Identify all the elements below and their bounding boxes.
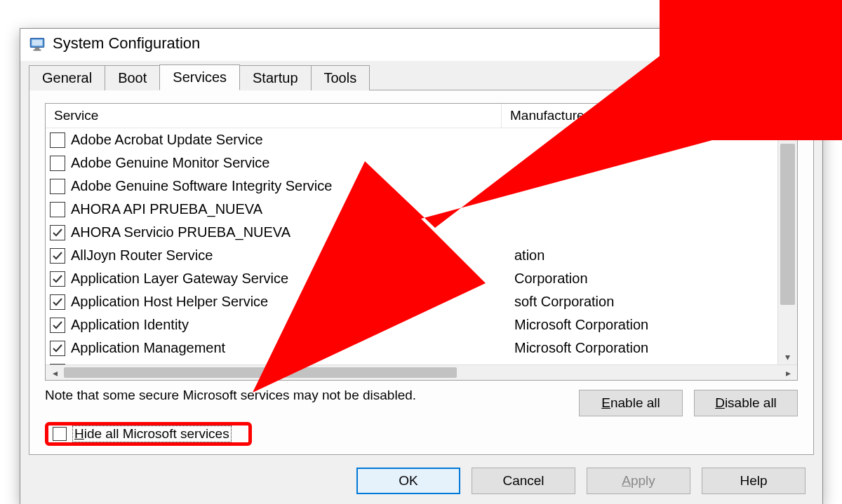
help-button[interactable]: Help (702, 468, 806, 494)
apply-button[interactable]: Apply (587, 468, 690, 494)
service-row[interactable]: Adobe Acrobat Update Service (46, 128, 777, 151)
hide-microsoft-services-checkbox[interactable]: Hide all Microsoft services (45, 422, 252, 446)
checkbox-icon[interactable] (50, 132, 65, 148)
service-row[interactable]: Adobe Genuine Monitor Service (46, 151, 777, 175)
checkbox-icon[interactable] (50, 156, 65, 171)
vertical-scrollbar[interactable]: ▴ ▾ (777, 128, 797, 365)
scroll-up-icon[interactable]: ▴ (778, 128, 797, 144)
tab-boot[interactable]: Boot (105, 65, 160, 90)
tab-tools[interactable]: Tools (311, 65, 370, 90)
svg-rect-1 (32, 40, 42, 46)
vscroll-thumb[interactable] (780, 144, 795, 305)
services-tab-panel: Service Manufacturer Adobe Acrobat Updat… (29, 90, 814, 455)
service-row[interactable]: AllJoyn Router Serviceation (46, 244, 777, 267)
close-button[interactable] (789, 33, 815, 54)
titlebar[interactable]: System Configuration (20, 29, 822, 61)
client-area: GeneralBootServicesStartupTools Service … (20, 61, 822, 504)
service-name: Application Identity (71, 317, 189, 333)
scroll-right-icon[interactable]: ▸ (779, 365, 797, 380)
hide-microsoft-services-label: Hide all Microsoft services (72, 425, 232, 442)
column-service[interactable]: Service (46, 104, 502, 128)
checkbox-icon[interactable] (50, 225, 65, 240)
service-row[interactable]: AHORA Servicio PRUEBA_NUEVA (46, 221, 777, 244)
tabstrip: GeneralBootServicesStartupTools (29, 61, 814, 90)
service-row[interactable]: Application Host Helper Servicesoft Corp… (46, 290, 777, 313)
scroll-down-icon[interactable]: ▾ (778, 349, 797, 365)
ok-button[interactable]: OK (356, 468, 460, 494)
dialog-buttons: OK Cancel Apply Help (29, 463, 814, 498)
tab-startup[interactable]: Startup (239, 65, 311, 90)
checkbox-icon[interactable] (50, 318, 65, 333)
service-name: Adobe Genuine Software Integrity Service (71, 178, 332, 194)
service-manufacturer: ation (506, 247, 777, 264)
service-name: Application Layer Gateway Service (71, 271, 288, 287)
checkbox-icon[interactable] (50, 179, 65, 194)
tab-general[interactable]: General (29, 65, 105, 90)
service-manufacturer: Microsoft Corporation (506, 317, 777, 333)
enable-all-button[interactable]: Enable all (579, 390, 683, 416)
checkbox-icon[interactable] (50, 202, 65, 217)
service-name: Application Management (71, 340, 225, 356)
svg-rect-2 (35, 47, 40, 49)
window-title: System Configuration (53, 34, 200, 53)
scroll-left-icon[interactable]: ◂ (46, 365, 64, 380)
service-row[interactable]: AHORA API PRUEBA_NUEVA (46, 198, 777, 221)
cancel-button[interactable]: Cancel (472, 468, 575, 494)
hscroll-thumb[interactable] (64, 367, 457, 378)
service-name: AHORA Servicio PRUEBA_NUEVA (71, 224, 290, 240)
msconfig-icon (27, 34, 47, 53)
service-manufacturer: Corporation (506, 271, 777, 287)
service-name: Application Host Helper Service (71, 294, 268, 310)
service-row[interactable]: Adobe Genuine Software Integrity Service (46, 175, 777, 198)
tab-services[interactable]: Services (159, 64, 240, 90)
disable-all-button[interactable]: Disable all (694, 390, 798, 416)
service-name: Adobe Genuine Monitor Service (71, 155, 270, 171)
services-listview[interactable]: Service Manufacturer Adobe Acrobat Updat… (45, 103, 798, 381)
checkbox-icon[interactable] (50, 248, 65, 264)
service-row[interactable]: Application Layer Gateway ServiceCorpora… (46, 267, 777, 290)
listview-header[interactable]: Service Manufacturer (46, 104, 797, 128)
service-name: Adobe Acrobat Update Service (71, 132, 263, 148)
service-row[interactable]: Application IdentityMicrosoft Corporatio… (46, 313, 777, 336)
checkbox-icon[interactable] (50, 294, 65, 310)
service-name: AHORA API PRUEBA_NUEVA (71, 201, 262, 217)
checkbox-icon[interactable] (53, 427, 67, 441)
svg-rect-3 (34, 50, 41, 51)
enable-disable-buttons: Enable all Disable all (579, 390, 798, 416)
service-name: AllJoyn Router Service (71, 247, 213, 264)
service-row[interactable]: Application ManagementMicrosoft Corporat… (46, 336, 777, 360)
checkbox-icon[interactable] (50, 271, 65, 287)
system-configuration-dialog: System Configuration GeneralBootServices… (20, 28, 823, 504)
horizontal-scrollbar[interactable]: ◂ ▸ (46, 365, 797, 380)
column-manufacturer[interactable]: Manufacturer (502, 104, 797, 128)
service-manufacturer: soft Corporation (506, 294, 777, 310)
checkbox-icon[interactable] (50, 341, 65, 356)
service-manufacturer: Microsoft Corporation (506, 340, 777, 356)
listview-body: Adobe Acrobat Update ServiceAdobe Genuin… (46, 128, 797, 380)
